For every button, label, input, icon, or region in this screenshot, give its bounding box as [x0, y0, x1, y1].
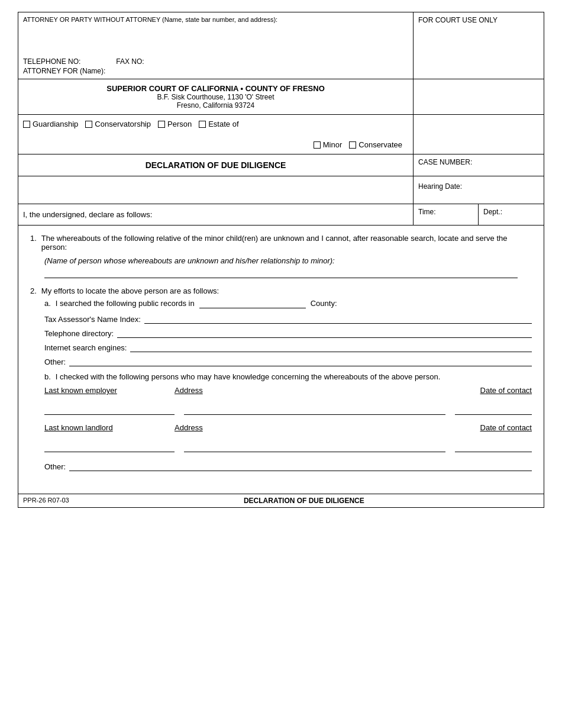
minor-checkbox[interactable] [314, 141, 321, 149]
landlord-label: Last known landlord [44, 423, 175, 432]
person-checkbox[interactable] [158, 121, 165, 128]
employer-date-field[interactable] [455, 401, 532, 415]
item1-italic: (Name of person whose whereabouts are un… [44, 256, 532, 265]
other-b-label: Other: [44, 462, 66, 471]
landlord-date-label: Date of contact [455, 423, 532, 432]
item1-number: 1. [30, 234, 37, 252]
employer-address-field[interactable] [184, 401, 445, 415]
conservatorship-checkbox[interactable] [85, 121, 92, 128]
employer-label: Last known employer [44, 386, 175, 395]
landlord-address-label: Address [175, 423, 455, 432]
item-a-text: I searched the following public records … [56, 299, 195, 308]
guardianship-checkbox[interactable] [23, 121, 30, 128]
conservatee-checkbox[interactable] [349, 141, 356, 149]
tax-field[interactable] [144, 313, 532, 324]
internet-field[interactable] [130, 342, 532, 352]
footer-title: DECLARATION OF DUE DILIGENCE [244, 497, 364, 505]
guardianship-label: Guardianship [33, 120, 78, 128]
other-a-field[interactable] [69, 356, 532, 366]
hearing-date-label: Hearing Date: [418, 180, 539, 200]
person-label: Person [167, 120, 192, 128]
item1-text: The whereabouts of the following relativ… [41, 234, 532, 252]
dept-label: Dept.: [479, 204, 544, 225]
court-name: SUPERIOR COURT OF CALIFORNIA • COUNTY OF… [23, 84, 408, 93]
tax-label: Tax Assessor's Name Index: [44, 315, 141, 324]
estate-of-checkbox[interactable] [199, 121, 206, 128]
employer-date-label: Date of contact [455, 386, 532, 395]
time-label: Time: [414, 204, 479, 225]
attorney-for-label: ATTORNEY FOR (Name): [23, 67, 408, 75]
fax-label: FAX NO: [116, 57, 144, 66]
internet-label: Internet search engines: [44, 343, 127, 352]
other-a-label: Other: [44, 357, 66, 366]
court-address1: B.F. Sisk Courthouse, 1130 'O' Street [23, 93, 408, 101]
item-b-text: I checked with the following persons who… [56, 372, 440, 381]
conservatee-label: Conservatee [358, 140, 402, 149]
item-b-label: b. [44, 372, 51, 381]
employer-name-field[interactable] [44, 401, 175, 415]
item-a-label: a. [44, 299, 51, 308]
telephone-label: TELEPHONE NO: [23, 57, 80, 66]
item2-number: 2. [30, 286, 37, 295]
item1-field-line[interactable] [44, 268, 518, 278]
telephone-dir-field[interactable] [117, 327, 532, 338]
for-court-use-label: FOR COURT USE ONLY [418, 16, 498, 24]
telephone-dir-label: Telephone directory: [44, 329, 114, 338]
landlord-name-field[interactable] [44, 438, 175, 452]
case-number-label: CASE NUMBER: [418, 158, 472, 166]
declaration-title: DECLARATION OF DUE DILIGENCE [23, 160, 408, 170]
item2-text: My efforts to locate the above person ar… [41, 286, 532, 295]
form-number: PPR-26 R07-03 [23, 497, 69, 505]
estate-of-label: Estate of [208, 120, 238, 128]
minor-label: Minor [323, 140, 343, 149]
court-address2: Fresno, California 93724 [23, 101, 408, 109]
declare-intro: I, the undersigned, declare as follows: [23, 210, 408, 219]
other-b-field[interactable] [69, 460, 532, 471]
conservatorship-label: Conservatorship [95, 120, 151, 128]
landlord-date-field[interactable] [455, 438, 532, 452]
employer-address-label: Address [175, 386, 455, 395]
item-a-county: County: [311, 299, 337, 308]
county-field[interactable] [199, 299, 306, 308]
attorney-label: ATTORNEY OR PARTY WITHOUT ATTORNEY (Name… [23, 16, 408, 23]
landlord-address-field[interactable] [184, 438, 445, 452]
